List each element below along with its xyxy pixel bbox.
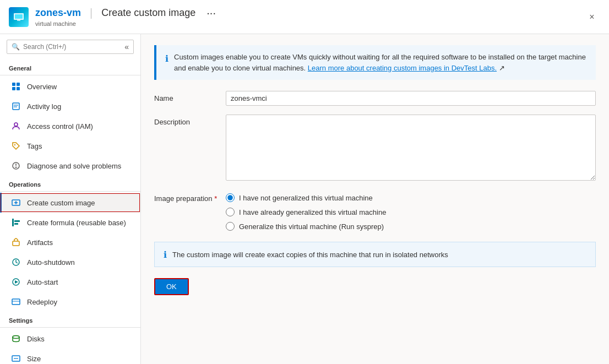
sidebar-item-create-formula[interactable]: Create formula (reusable base) <box>0 213 140 232</box>
svg-marker-23 <box>15 280 18 284</box>
activity-log-icon <box>10 101 21 112</box>
artifacts-icon <box>10 237 21 248</box>
section-divider-general <box>0 75 140 75</box>
description-input[interactable] <box>226 115 596 181</box>
sidebar-item-redeploy[interactable]: Redeploy <box>0 292 140 312</box>
sidebar-item-access-control[interactable]: Access control (IAM) <box>0 116 140 136</box>
section-settings: Settings <box>0 312 140 326</box>
description-label: Description <box>154 115 226 126</box>
radio-item-not-generalized[interactable]: I have not generalized this virtual mach… <box>226 193 596 202</box>
sidebar-label-auto-start: Auto-start <box>27 278 58 286</box>
sidebar-label-create-custom-image: Create custom image <box>27 199 95 207</box>
radio-label-already-generalized: I have already generalized this virtual … <box>239 208 386 216</box>
radio-label-generalize: Generalize this virtual machine (Run sys… <box>239 222 384 231</box>
sidebar-label-size: Size <box>27 355 41 363</box>
content-area: ℹ Custom images enable you to create VMs… <box>141 34 609 364</box>
radio-label-not-generalized: I have not generalized this virtual mach… <box>239 194 373 202</box>
tags-icon <box>10 140 21 151</box>
redeploy-icon <box>10 296 21 307</box>
header: zones-vm | Create custom image ··· virtu… <box>0 0 609 34</box>
sidebar-item-diagnose[interactable]: Diagnose and solve problems <box>0 156 140 176</box>
radio-generalize[interactable] <box>226 222 235 231</box>
sidebar-item-tags[interactable]: Tags <box>0 136 140 156</box>
ok-button[interactable]: OK <box>154 278 189 295</box>
radio-already-generalized[interactable] <box>226 208 235 216</box>
search-box[interactable]: 🔍 « <box>7 40 134 54</box>
svg-rect-1 <box>15 14 23 19</box>
bottom-info-banner: ℹ The custom image will create exact cop… <box>154 242 596 267</box>
svg-rect-6 <box>17 87 20 90</box>
sidebar-label-activity-log: Activity log <box>27 102 61 111</box>
overview-icon <box>10 81 21 92</box>
svg-rect-2 <box>17 20 20 21</box>
svg-rect-20 <box>13 241 19 246</box>
svg-rect-17 <box>12 219 14 226</box>
sidebar-item-disks[interactable]: Disks <box>0 329 140 349</box>
svg-point-26 <box>13 336 19 339</box>
bottom-info-text: The custom image will create exact copie… <box>172 251 448 259</box>
vm-icon <box>9 7 29 27</box>
svg-rect-19 <box>14 223 18 225</box>
svg-rect-5 <box>12 87 15 90</box>
sidebar-label-tags: Tags <box>27 142 42 150</box>
sidebar-label-auto-shutdown: Auto-shutdown <box>27 258 75 267</box>
search-input[interactable] <box>23 43 124 51</box>
image-prep-label: Image preparation <box>154 191 226 203</box>
sidebar-item-create-custom-image[interactable]: Create custom image <box>0 193 140 213</box>
svg-point-11 <box>14 144 15 145</box>
info-link[interactable]: Learn more about creating custom images … <box>308 64 497 72</box>
sidebar-item-activity-log[interactable]: Activity log <box>0 96 140 116</box>
image-prep-control: I have not generalized this virtual mach… <box>226 191 596 231</box>
external-link-icon: ↗ <box>499 64 505 72</box>
svg-rect-24 <box>12 299 20 305</box>
sidebar-label-create-formula: Create formula (reusable base) <box>27 219 126 227</box>
header-separator: | <box>90 7 93 19</box>
section-divider-operations <box>0 191 140 192</box>
auto-start-icon <box>10 276 21 287</box>
info-banner: ℹ Custom images enable you to create VMs… <box>154 45 596 80</box>
sidebar-item-auto-shutdown[interactable]: Auto-shutdown <box>0 252 140 272</box>
footer-area: OK <box>154 278 596 295</box>
bottom-info-icon: ℹ <box>164 249 167 260</box>
collapse-button[interactable]: « <box>124 42 129 51</box>
radio-group-image-prep: I have not generalized this virtual mach… <box>226 193 596 231</box>
description-row: Description <box>154 115 596 182</box>
sidebar-item-size[interactable]: Size <box>0 349 140 364</box>
sidebar-item-auto-start[interactable]: Auto-start <box>0 272 140 292</box>
info-text: Custom images enable you to create VMs q… <box>174 52 587 73</box>
create-custom-image-icon <box>10 197 21 208</box>
radio-item-generalize[interactable]: Generalize this virtual machine (Run sys… <box>226 222 596 231</box>
sidebar-item-overview[interactable]: Overview <box>0 77 140 96</box>
sidebar-label-redeploy: Redeploy <box>27 298 57 306</box>
svg-rect-18 <box>14 220 20 222</box>
radio-item-already-generalized[interactable]: I have already generalized this virtual … <box>226 208 596 216</box>
header-subtitle: virtual machine <box>35 20 216 27</box>
radio-not-generalized[interactable] <box>226 193 235 202</box>
name-input[interactable] <box>226 91 596 106</box>
description-control <box>226 115 596 182</box>
sidebar-label-disks: Disks <box>27 335 45 343</box>
name-row: Name <box>154 91 596 106</box>
access-control-icon <box>10 121 21 132</box>
sidebar-label-overview: Overview <box>27 83 57 91</box>
section-divider-settings <box>0 327 140 328</box>
section-general: General <box>0 59 140 74</box>
sidebar: 🔍 « General Overview Activity log Access… <box>0 34 141 364</box>
disks-icon <box>10 333 21 344</box>
header-title-block: zones-vm | Create custom image ··· virtu… <box>35 7 216 27</box>
svg-rect-4 <box>17 83 20 86</box>
auto-shutdown-icon <box>10 257 21 268</box>
name-label: Name <box>154 91 226 102</box>
vm-name[interactable]: zones-vm <box>35 7 81 19</box>
svg-rect-3 <box>12 83 15 86</box>
sidebar-label-diagnose: Diagnose and solve problems <box>27 162 121 170</box>
image-prep-row: Image preparation I have not generalized… <box>154 191 596 231</box>
page-title: Create custom image <box>101 7 195 19</box>
name-control <box>226 91 596 106</box>
header-more-button[interactable]: ··· <box>206 7 216 19</box>
section-operations: Operations <box>0 176 140 190</box>
close-button[interactable]: × <box>584 9 600 25</box>
sidebar-label-artifacts: Artifacts <box>27 238 53 247</box>
sidebar-item-artifacts[interactable]: Artifacts <box>0 232 140 252</box>
main-layout: 🔍 « General Overview Activity log Access… <box>0 34 609 364</box>
